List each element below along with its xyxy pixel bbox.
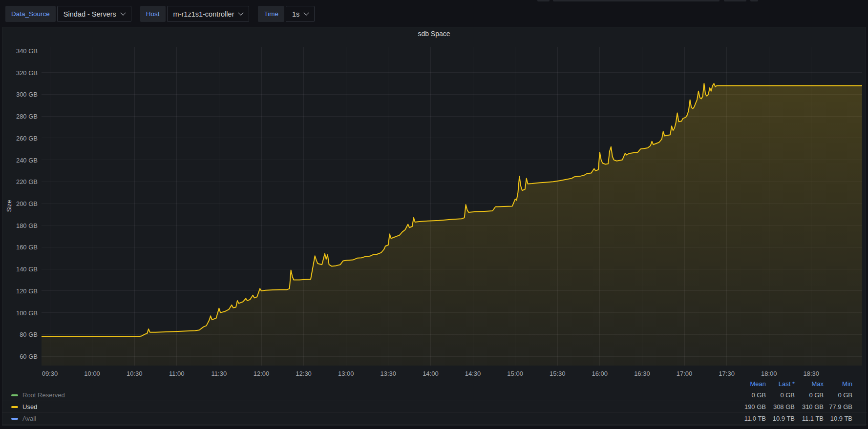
y-tick-label: 120 GB <box>16 287 38 294</box>
x-tick-label: 14:30 <box>465 370 481 377</box>
time-variable-dropdown[interactable]: 1s <box>286 6 315 22</box>
x-tick-label: 12:30 <box>296 370 312 377</box>
y-tick-label: 100 GB <box>16 309 38 316</box>
y-tick-label: 340 GB <box>16 47 38 55</box>
y-tick-label: 280 GB <box>16 113 38 120</box>
panel-sdb-space: sdb Space Size 60 GB80 GB100 GB120 GB140… <box>2 27 866 426</box>
y-tick-label: 140 GB <box>16 266 38 273</box>
x-tick-label: 13:30 <box>381 370 397 377</box>
legend-table: MeanLast *MaxMin Root Reserved 0 GB0 GB0… <box>2 378 867 425</box>
x-tick-label: 11:00 <box>169 370 185 377</box>
stat-min: 77.9 GB <box>824 403 852 410</box>
y-tick-label: 320 GB <box>16 69 38 76</box>
stat-last: 0 GB <box>766 391 795 399</box>
time-variable-label: Time <box>258 6 284 22</box>
x-tick-label: 16:00 <box>592 370 608 377</box>
series-toggle-used[interactable]: Used <box>11 403 37 410</box>
legend-row-root-reserved: Root Reserved 0 GB0 GB0 GB0 GB <box>2 389 867 401</box>
variables-bar: Data_Source Sindad - Servers Host m-r1z1… <box>5 6 323 22</box>
y-tick-label: 240 GB <box>16 156 38 163</box>
x-tick-label: 17:30 <box>719 370 735 377</box>
cutoff-element-top <box>724 0 746 1</box>
x-tick-label: 10:00 <box>84 370 100 377</box>
x-tick-label: 15:30 <box>550 370 566 377</box>
stat-max: 11.1 TB <box>795 415 824 422</box>
chevron-down-icon <box>238 10 244 15</box>
cutoff-element-top <box>553 0 720 1</box>
variable-time: Time 1s <box>258 6 315 22</box>
x-tick-label: 10:30 <box>127 370 143 377</box>
legend-column-max[interactable]: Max <box>795 380 824 388</box>
series-toggle-root-reserved[interactable]: Root Reserved <box>11 391 65 399</box>
panel-title[interactable]: sdb Space <box>2 30 866 38</box>
host-variable-value: m-r1z1s1-controller <box>173 10 234 18</box>
stat-max: 310 GB <box>795 403 824 410</box>
cutoff-element-top <box>537 0 550 1</box>
host-variable-dropdown[interactable]: m-r1z1s1-controller <box>167 6 250 22</box>
series-toggle-avail[interactable]: Avail <box>11 415 36 422</box>
x-tick-label: 18:00 <box>761 370 777 377</box>
x-tick-label: 13:00 <box>338 370 354 377</box>
x-tick-label: 17:00 <box>677 370 693 377</box>
stat-last: 10.9 TB <box>766 415 795 422</box>
datasource-variable-value: Sindad - Servers <box>64 10 116 18</box>
legend-row-used: Used 190 GB308 GB310 GB77.9 GB <box>2 401 867 413</box>
y-tick-label: 160 GB <box>16 244 38 251</box>
time-series-chart <box>42 47 862 366</box>
x-tick-label: 16:30 <box>634 370 650 377</box>
legend-column-last[interactable]: Last * <box>766 380 795 388</box>
series-label: Used <box>22 403 37 410</box>
y-tick-label: 220 GB <box>16 178 38 185</box>
x-tick-label: 09:30 <box>42 370 58 377</box>
legend-header-row: MeanLast *MaxMin <box>2 378 867 389</box>
used-series-area <box>42 83 862 366</box>
stat-max: 0 GB <box>795 391 824 399</box>
datasource-variable-label: Data_Source <box>5 6 56 22</box>
stat-last: 308 GB <box>766 403 795 410</box>
time-variable-value: 1s <box>292 10 299 18</box>
legend-column-min[interactable]: Min <box>824 380 852 388</box>
y-tick-label: 200 GB <box>16 200 38 207</box>
host-variable-label: Host <box>140 6 166 22</box>
y-tick-label: 260 GB <box>16 134 38 142</box>
stat-min: 0 GB <box>824 391 852 399</box>
legend-row-avail: Avail 11.0 TB10.9 TB11.1 TB10.9 TB <box>2 413 867 425</box>
x-tick-label: 14:00 <box>423 370 439 377</box>
cutoff-element-top <box>750 0 758 1</box>
stat-mean: 190 GB <box>737 403 766 410</box>
grafana-dashboard: { "topbar": { "variables": [ { "label": … <box>0 0 868 429</box>
y-axis: 60 GB80 GB100 GB120 GB140 GB160 GB180 GB… <box>2 27 38 398</box>
y-tick-label: 80 GB <box>20 331 38 338</box>
chevron-down-icon <box>120 10 126 15</box>
stat-mean: 0 GB <box>737 391 766 399</box>
x-tick-label: 12:00 <box>254 370 270 377</box>
stat-mean: 11.0 TB <box>737 415 766 422</box>
stat-min: 10.9 TB <box>824 415 852 422</box>
series-color-swatch <box>11 418 18 420</box>
y-tick-label: 180 GB <box>16 222 38 229</box>
datasource-variable-dropdown[interactable]: Sindad - Servers <box>57 6 131 22</box>
chevron-down-icon <box>304 10 309 15</box>
series-color-swatch <box>11 394 18 396</box>
series-label: Root Reserved <box>22 391 65 399</box>
chart-plot-area[interactable] <box>42 47 862 366</box>
series-color-swatch <box>11 406 18 408</box>
x-tick-label: 15:00 <box>507 370 523 377</box>
x-tick-label: 11:30 <box>212 370 227 377</box>
variable-host: Host m-r1z1s1-controller <box>140 6 250 22</box>
legend-column-mean[interactable]: Mean <box>737 380 766 388</box>
y-tick-label: 60 GB <box>20 353 38 360</box>
variable-datasource: Data_Source Sindad - Servers <box>5 6 131 22</box>
series-label: Avail <box>22 415 36 422</box>
x-tick-label: 18:30 <box>804 370 820 377</box>
y-tick-label: 300 GB <box>16 91 38 98</box>
